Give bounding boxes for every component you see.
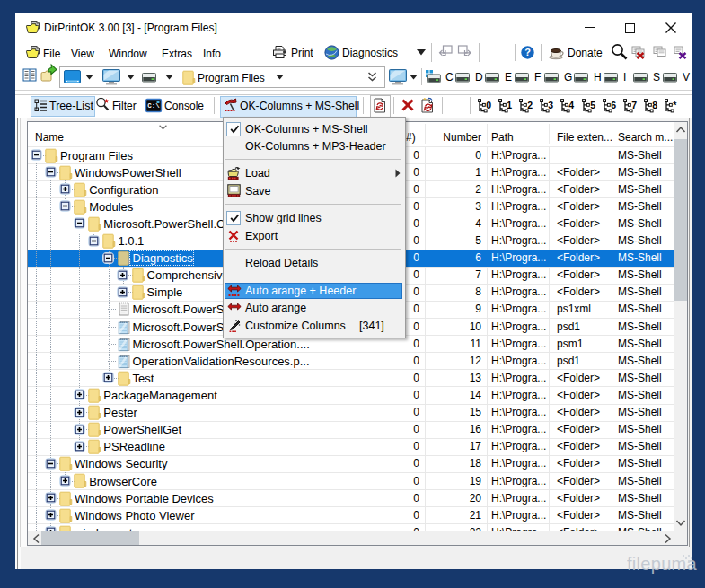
- svg-text:C:\: C:\: [147, 102, 160, 110]
- svg-text:?: ?: [524, 47, 531, 57]
- svg-text:3: 3: [548, 100, 553, 110]
- svg-text:5: 5: [590, 100, 595, 110]
- svg-text:1: 1: [507, 100, 512, 110]
- svg-text:2: 2: [527, 100, 533, 110]
- svg-text:6: 6: [611, 100, 616, 110]
- svg-text:4: 4: [568, 100, 574, 110]
- svg-text:*: *: [673, 100, 677, 110]
- svg-text:8: 8: [652, 100, 657, 110]
- svg-text:7: 7: [631, 100, 637, 110]
- svg-text:0: 0: [486, 100, 491, 110]
